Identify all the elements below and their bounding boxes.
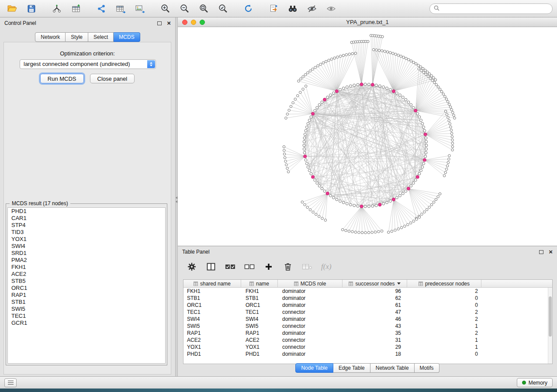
desktop-background-strip [0, 389, 557, 392]
mcds-result-item[interactable]: STB5 [8, 278, 165, 285]
menu-icon[interactable] [4, 378, 17, 387]
save-icon[interactable] [24, 2, 39, 15]
memory-button[interactable]: Memory [517, 378, 553, 387]
table-row[interactable]: TEC1TEC1connector472 [183, 309, 548, 316]
node-table-header: shared name name MCDS role successor nod… [183, 280, 552, 288]
table-scrollbar-thumb[interactable] [549, 296, 552, 337]
maximize-window-icon[interactable] [200, 20, 205, 25]
tab-select[interactable]: Select [88, 32, 114, 42]
mcds-result-item[interactable]: FKH1 [8, 264, 165, 271]
show-graphics-details-icon[interactable] [304, 2, 320, 15]
mcds-result-item[interactable]: TID3 [8, 229, 165, 236]
mcds-result-item[interactable]: SWI5 [8, 306, 165, 313]
close-panel-icon[interactable]: × [167, 21, 171, 25]
open-folder-icon[interactable] [4, 2, 20, 15]
column-header-predecessor-nodes[interactable]: predecessor nodes [407, 280, 481, 287]
tab-mcds[interactable]: MCDS [114, 32, 140, 42]
dropdown-stepper-icon [147, 60, 155, 68]
add-column-icon[interactable] [263, 261, 274, 272]
mcds-result-item[interactable]: PHD1 [8, 208, 165, 215]
close-panel-button[interactable]: Close panel [90, 74, 135, 83]
search-input[interactable] [442, 6, 548, 12]
table-row[interactable]: FKH1FKH1dominator962 [183, 288, 548, 295]
import-table-from-file-icon[interactable] [68, 2, 84, 15]
table-cell: ORC1 [183, 302, 241, 309]
float-table-panel-icon[interactable] [539, 250, 543, 254]
zoom-out-icon[interactable] [176, 2, 192, 15]
mcds-result-item[interactable]: RAP1 [8, 292, 165, 299]
table-cell: 1 [407, 344, 481, 351]
table-row[interactable]: SWI5SWI5connector431 [183, 323, 548, 330]
share-document-icon[interactable] [266, 2, 281, 15]
splitter-collapse-handle[interactable] [176, 196, 177, 203]
column-header-shared-name[interactable]: shared name [183, 280, 241, 287]
mcds-result-item[interactable]: YOX1 [8, 236, 165, 243]
table-scrollbar[interactable] [548, 288, 552, 364]
table-row[interactable]: RAP1RAP1dominator352 [183, 330, 548, 337]
mcds-result-item[interactable]: CAR1 [8, 215, 165, 222]
mcds-result-item[interactable]: STP4 [8, 222, 165, 229]
tab-network[interactable]: Network [35, 32, 66, 42]
zoom-selected-icon[interactable] [215, 2, 231, 15]
table-panel: Table Panel × f(x) shared name na [178, 246, 557, 376]
sort-descending-icon[interactable] [397, 282, 401, 285]
zoom-in-icon[interactable] [157, 2, 173, 15]
search-field[interactable] [429, 3, 553, 14]
control-panel-tabs: Network Style Select MCDS [0, 32, 175, 42]
table-cell: 61 [343, 302, 407, 309]
minimize-window-icon[interactable] [191, 20, 196, 25]
network-canvas[interactable] [178, 27, 557, 246]
export-network-icon[interactable] [93, 2, 109, 15]
table-bottom-tabs: Node Table Edge Table Network Table Moti… [178, 363, 557, 373]
node-table-body: FKH1FKH1dominator962STB1STB1dominator620… [183, 288, 548, 364]
network-window-title: YPA_prune.txt_1 [178, 17, 557, 27]
mcds-result-item[interactable]: SWI4 [8, 243, 165, 250]
tab-motifs[interactable]: Motifs [415, 363, 439, 373]
refresh-view-icon[interactable] [240, 2, 256, 15]
run-mcds-button[interactable]: Run MCDS [40, 74, 84, 83]
table-row[interactable]: ACE2ACE2connector311 [183, 337, 548, 344]
delete-column-icon[interactable] [283, 261, 293, 272]
tab-network-table[interactable]: Network Table [370, 363, 415, 373]
show-column-icon[interactable] [206, 261, 216, 272]
mcds-result-item[interactable]: ACE2 [8, 271, 165, 278]
tab-style[interactable]: Style [66, 32, 88, 42]
mcds-result-item[interactable]: PMA2 [8, 257, 165, 264]
network-window-titlebar[interactable]: YPA_prune.txt_1 [178, 17, 557, 27]
mcds-result-item[interactable]: SRD1 [8, 250, 165, 257]
find-icon[interactable] [285, 2, 301, 15]
table-row[interactable]: YOX1YOX1connector291 [183, 344, 548, 351]
zoom-fit-icon[interactable] [196, 2, 211, 15]
criterion-dropdown[interactable]: largest connected component (undirected) [20, 59, 156, 69]
mcds-result-item[interactable]: GCR1 [8, 320, 165, 327]
export-table-icon[interactable] [113, 2, 128, 15]
close-window-icon[interactable] [182, 20, 187, 25]
main-toolbar [0, 0, 557, 17]
tab-node-table[interactable]: Node Table [295, 363, 333, 373]
float-panel-icon[interactable] [157, 21, 162, 25]
table-cell: STB1 [241, 295, 278, 302]
show-hide-panel-icon[interactable] [323, 2, 339, 15]
table-row[interactable]: ORC1ORC1dominator610 [183, 302, 548, 309]
import-network-from-file-icon[interactable] [49, 2, 65, 15]
network-window: YPA_prune.txt_1 [178, 17, 557, 246]
mcds-result-item[interactable]: TEC1 [8, 313, 165, 320]
tab-edge-table[interactable]: Edge Table [333, 363, 370, 373]
table-row[interactable]: PHD1PHD1dominator180 [183, 351, 548, 358]
export-image-icon[interactable] [132, 2, 148, 15]
column-header-successor-nodes[interactable]: successor nodes [343, 280, 407, 287]
table-row[interactable]: STB1STB1dominator620 [183, 295, 548, 302]
mcds-tab-content: Optimization criterion: largest connecte… [3, 42, 171, 375]
select-all-icon[interactable] [225, 261, 235, 272]
table-row[interactable]: SWI4SWI4dominator462 [183, 316, 548, 323]
column-header-name[interactable]: name [241, 280, 278, 287]
table-settings-gear-icon[interactable] [187, 261, 197, 272]
mcds-result-item[interactable]: STB1 [8, 299, 165, 306]
table-cell: FKH1 [183, 288, 241, 295]
mcds-result-item[interactable]: ORC1 [8, 285, 165, 292]
column-type-icon [249, 282, 254, 286]
mcds-result-title: MCDS result (17 nodes) [10, 200, 70, 206]
deselect-all-icon[interactable] [244, 261, 255, 272]
close-table-panel-icon[interactable]: × [549, 250, 553, 254]
column-header-mcds-role[interactable]: MCDS role [278, 280, 343, 287]
